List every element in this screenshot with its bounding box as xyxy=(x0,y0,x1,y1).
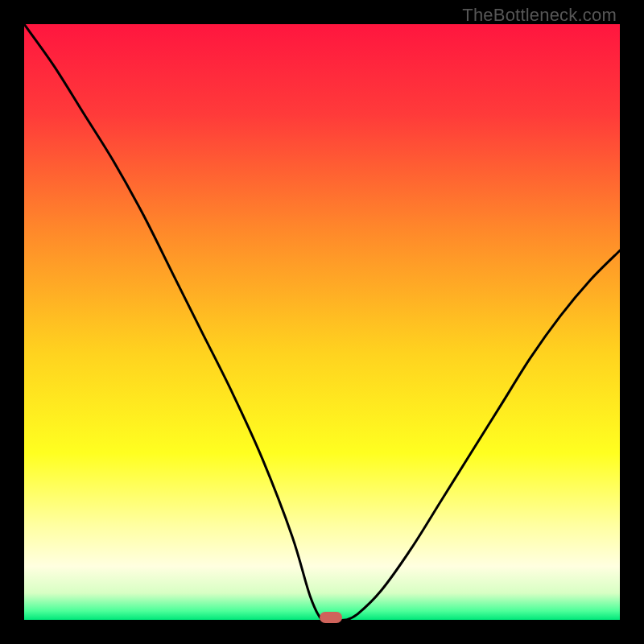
plot-frame xyxy=(24,24,620,620)
bottleneck-curve xyxy=(24,24,620,620)
watermark-text: TheBottleneck.com xyxy=(462,5,617,26)
optimal-point-marker xyxy=(320,612,342,623)
